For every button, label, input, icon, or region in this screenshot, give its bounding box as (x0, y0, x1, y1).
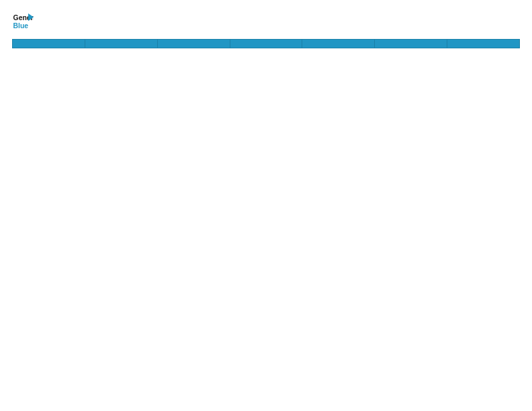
col-saturday (447, 40, 520, 48)
calendar-table (12, 39, 520, 48)
calendar-header-row (13, 40, 520, 48)
col-thursday (302, 40, 375, 48)
page: General Blue (0, 0, 532, 411)
col-friday (375, 40, 447, 48)
svg-text:Blue: Blue (13, 22, 29, 30)
col-monday (85, 40, 157, 48)
col-sunday (13, 40, 85, 48)
logo-icon: General Blue (12, 11, 34, 32)
header: General Blue (12, 11, 520, 32)
col-tuesday (157, 40, 230, 48)
logo: General Blue (12, 11, 34, 32)
col-wednesday (230, 40, 302, 48)
